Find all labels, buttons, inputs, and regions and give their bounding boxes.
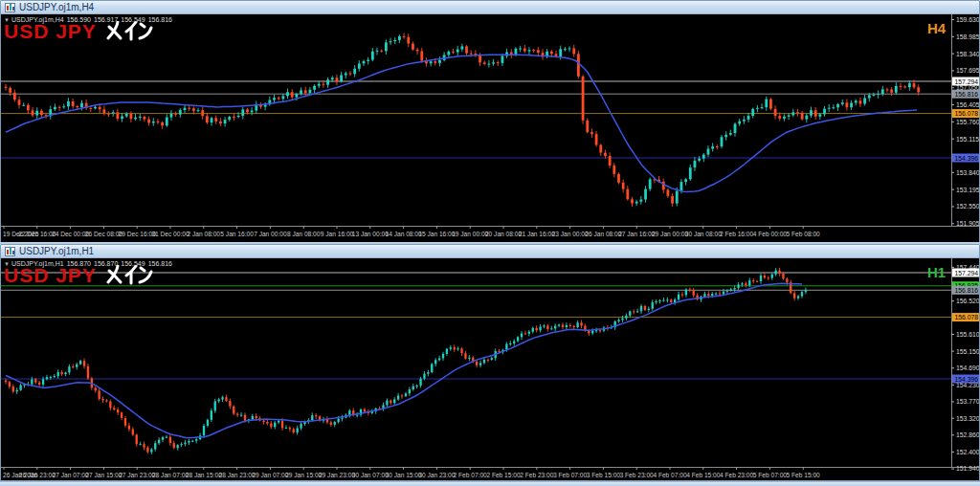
price-tick-label: 159.630 [956, 16, 979, 23]
candle [729, 133, 732, 135]
candle [405, 393, 407, 396]
candle [805, 116, 808, 120]
candle [221, 397, 223, 399]
candle [644, 189, 647, 200]
price-axis[interactable]: 157.440156.520155.610155.150154.690154.2… [951, 264, 979, 473]
candle [393, 40, 396, 41]
ohlc-open: 156.870 [67, 260, 91, 267]
candle [460, 46, 463, 49]
candle [670, 299, 672, 302]
price-chart-H1[interactable]: 157.440156.520155.610155.150154.690154.2… [1, 258, 979, 480]
chart-area-h1[interactable]: ▼USDJPY.oj1m,H1156.870156.870156.549156.… [1, 258, 979, 480]
time-tick-label: 24 Dec 00:00 [52, 231, 90, 237]
time-tick-label: 26 Jan 08:00 [585, 231, 621, 237]
price-chart-H4[interactable]: 159.630158.985158.340157.695157.050156.4… [1, 14, 979, 242]
time-tick-label: 4 Feb 00:00 [753, 231, 788, 237]
time-axis[interactable]: 26 Jan 202626 Jan 23:0027 Jan 07:0027 Ja… [3, 467, 820, 478]
ohlc-high: 156.870 [94, 260, 118, 267]
candle [419, 379, 421, 386]
candle [76, 106, 78, 107]
time-tick-label: 30 Jan 07:00 [352, 472, 389, 478]
candle [58, 107, 61, 108]
candle [693, 291, 695, 296]
candle [233, 407, 234, 414]
candle [617, 320, 619, 321]
candle [694, 161, 697, 167]
candle [241, 109, 244, 116]
candle [626, 189, 629, 200]
candle [855, 100, 858, 102]
chart-area-h4[interactable]: ▼USDJPY.oj1m,H4156.590156.917156.549156.… [1, 14, 979, 242]
candle [460, 348, 462, 353]
window-title: USDJPY.oj1m,H4 [19, 2, 94, 13]
candle [161, 122, 164, 125]
candle [559, 49, 562, 56]
candle [112, 112, 115, 114]
candle [412, 44, 414, 50]
candle [293, 429, 295, 431]
candle [35, 111, 38, 116]
window-titlebar-h4[interactable]: USDJPY.oj1m,H4 [1, 1, 979, 14]
candle [191, 441, 193, 442]
candle [707, 294, 709, 296]
candle [150, 450, 152, 453]
candle [349, 73, 352, 74]
candle [143, 444, 145, 447]
time-axis[interactable]: 19 Dec 202522 Dec 16:0024 Dec 00:0026 De… [3, 226, 820, 237]
candle [390, 400, 391, 403]
chart-window-h1[interactable]: USDJPY.oj1m,H1 ▼USDJPY.oj1m,H1156.870156… [0, 244, 980, 481]
chart-window-h4[interactable]: USDJPY.oj1m,H4 ▼USDJPY.oj1m,H4156.590156… [0, 0, 980, 242]
candle [761, 107, 764, 108]
time-tick-label: 20 Jan 08:00 [485, 231, 522, 237]
price-axis[interactable]: 159.630158.985158.340157.695157.050156.4… [951, 16, 979, 227]
candle [666, 189, 669, 195]
candle [304, 90, 307, 93]
candle [479, 55, 481, 63]
candle [550, 52, 553, 55]
candle [50, 377, 52, 378]
candle [786, 278, 788, 282]
price-level-value: 157.294 [955, 78, 979, 85]
candle [629, 311, 631, 315]
candle [558, 324, 560, 325]
time-tick-label: 30 Jan 23:00 [418, 472, 455, 478]
candle [752, 280, 754, 281]
candle [76, 364, 78, 367]
candle [125, 114, 128, 117]
time-tick-label: 30 Jan 15:00 [386, 472, 422, 478]
candle [524, 333, 526, 334]
candle [397, 395, 399, 399]
candle [774, 109, 777, 116]
candle [633, 311, 635, 312]
candle [774, 271, 776, 275]
candle [751, 109, 754, 116]
candle [46, 377, 48, 379]
candle [479, 363, 481, 365]
candle [622, 183, 625, 189]
time-tick-label: 7 Jan 00:00 [254, 231, 287, 237]
candle [886, 89, 889, 90]
candle [539, 327, 541, 331]
candle [409, 389, 411, 393]
price-tick-label: 151.905 [956, 220, 979, 227]
candle [217, 399, 219, 401]
candle [555, 54, 558, 56]
candle [801, 292, 803, 296]
candle [285, 428, 287, 429]
candle [262, 420, 264, 422]
candle [83, 361, 85, 366]
candle [863, 99, 866, 104]
candle [300, 424, 301, 428]
candle [764, 276, 766, 277]
candle [658, 300, 660, 301]
candle [19, 386, 21, 390]
candle [136, 434, 138, 444]
candle [868, 95, 871, 98]
candle [278, 421, 279, 423]
price-tick-label: 155.115 [956, 136, 979, 143]
candle [201, 110, 204, 116]
price-tick-label: 153.770 [956, 398, 979, 405]
window-titlebar-h1[interactable]: USDJPY.oj1m,H1 [1, 245, 979, 258]
candle [823, 109, 826, 115]
candle [16, 390, 18, 391]
